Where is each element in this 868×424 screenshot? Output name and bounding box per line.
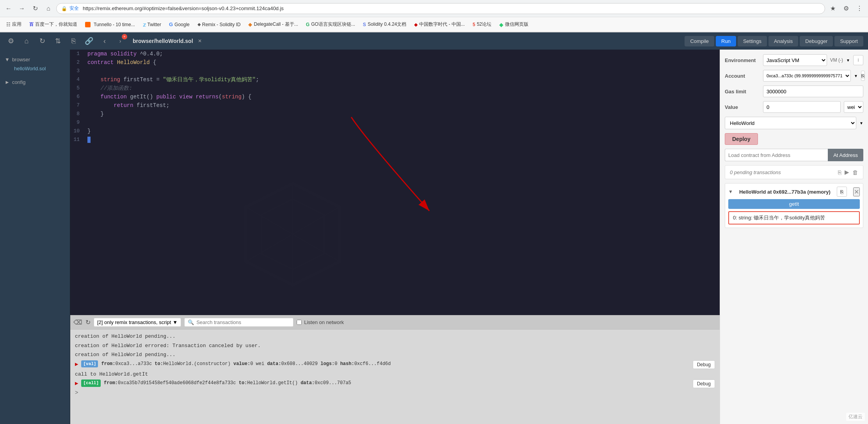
tab-compile[interactable]: Compile <box>685 36 714 46</box>
tx-expand-icon[interactable]: ▶ <box>75 360 78 369</box>
console-area: ⌫ ↻ [2] only remix transactions, script … <box>70 315 720 424</box>
home-button[interactable]: ⌂ <box>43 3 54 14</box>
gas-limit-label: Gas limit <box>725 89 760 94</box>
debug-call-button[interactable]: Debug <box>693 379 715 388</box>
bookmark-delegatecall[interactable]: ◆ DelegateCall - 基于... <box>245 20 301 29</box>
account-select[interactable]: 0xca3...a733c (99.99999999999975771 <box>763 70 851 82</box>
menu-button[interactable]: ⋮ <box>854 3 865 14</box>
value-unit-select[interactable]: wei <box>844 101 863 113</box>
top-toolbar: ⚙ ⌂ ↻ ⇅ ⎘ 🔗 ‹ › + browser/helloWorld.sol… <box>0 32 868 50</box>
pending-delete-icon[interactable]: 🗑 <box>852 169 858 176</box>
sidebar-item-helloworld[interactable]: helloWorld.sol <box>5 64 65 73</box>
settings-gear-icon[interactable]: ⚙ <box>5 35 17 47</box>
code-line-6: 6 function getIt() public view returns(s… <box>70 93 720 101</box>
console-clear-icon[interactable]: ⌫ <box>73 319 82 326</box>
tx-call-details: from:0xca35b7d915458ef540ade6068dfe2f44e… <box>104 379 351 387</box>
code-line-10: 10 } <box>70 127 720 135</box>
tx-badge-val: [val] <box>81 360 98 368</box>
pending-text: 0 pending transactions <box>730 169 781 175</box>
environment-row: Environment JavaScript VM VM (-) ▼ i <box>725 54 863 66</box>
environment-select[interactable]: JavaScript VM <box>763 54 827 66</box>
sidebar-config-section: ► config <box>0 75 70 89</box>
console-filter-dropdown[interactable]: [2] only remix transactions, script ▼ <box>94 318 181 327</box>
copy-app-icon[interactable]: ⎘ <box>67 35 80 47</box>
prev-file-icon[interactable]: ‹ <box>98 35 111 47</box>
bookmark-apps[interactable]: ☷ 应用 <box>3 20 25 29</box>
deployed-close-icon[interactable]: ✕ <box>853 187 860 196</box>
bookmark-remix[interactable]: ◆ Remix - Solidity ID <box>194 20 244 29</box>
environment-info-icon[interactable]: i <box>853 55 863 65</box>
twitter-icon: 𝕫 <box>143 21 146 28</box>
back-button[interactable]: ← <box>3 3 14 14</box>
load-contract-row: At Address <box>725 149 863 161</box>
bookmark-solidity[interactable]: S Solidity 0.4.24文档 <box>360 20 409 29</box>
code-line-3: 3 <box>70 67 720 75</box>
console-refresh-icon[interactable]: ↻ <box>85 319 91 326</box>
value-label: Value <box>725 104 760 110</box>
tab-debugger[interactable]: Debugger <box>800 36 833 46</box>
contract-select[interactable]: HelloWorld <box>725 117 856 129</box>
refresh-app-icon[interactable]: ↻ <box>36 35 48 47</box>
tab-analysis[interactable]: Analysis <box>768 36 798 46</box>
tab-nav: Compile Run Settings Analysis Debugger S… <box>685 36 863 46</box>
right-panel: Environment JavaScript VM VM (-) ▼ i Acc… <box>720 50 868 424</box>
bookmark-tunnello[interactable]: Tunnello - 10 time... <box>82 20 138 29</box>
bookmark-52[interactable]: 5 52论坛 <box>470 20 494 29</box>
wechat-icon: ◆ <box>499 21 503 28</box>
china-icon: ◆ <box>414 22 418 27</box>
pending-play-icon[interactable]: ▶ <box>845 169 849 176</box>
forward-button[interactable]: → <box>16 3 27 14</box>
sidebar-config-header[interactable]: ► config <box>5 78 65 87</box>
load-contract-input[interactable] <box>725 149 828 161</box>
value-input[interactable] <box>763 101 841 113</box>
tab-run[interactable]: Run <box>716 36 736 46</box>
console-search-box[interactable]: 🔍 <box>184 318 293 327</box>
gas-limit-row: Gas limit <box>725 86 863 97</box>
tab-support[interactable]: Support <box>834 36 863 46</box>
console-prompt[interactable]: > <box>75 390 715 396</box>
console-line-3: creation of HelloWorld pending... <box>75 351 715 359</box>
bookmarks-bar: ☷ 应用 百 百度一下，你就知道 Tunnello - 10 time... 𝕫… <box>0 17 868 32</box>
extension-button[interactable]: ⚙ <box>841 3 852 14</box>
search-input[interactable] <box>196 319 290 325</box>
sidebar-browser-header[interactable]: ▼ browser <box>5 55 65 64</box>
solidity-icon: S <box>363 22 366 27</box>
sidebar-browser-section: ▼ browser helloWorld.sol <box>0 53 70 75</box>
tx-call-expand-icon[interactable]: ▶ <box>75 379 78 388</box>
link-icon[interactable]: 🔗 <box>83 35 95 47</box>
deploy-button[interactable]: Deploy <box>725 133 758 145</box>
close-tab-icon[interactable]: ✕ <box>198 38 202 44</box>
security-icon: 🔒 <box>61 6 67 11</box>
bookmark-baidu[interactable]: 百 百度一下，你就知道 <box>26 20 80 29</box>
console-filter-label: [2] only remix transactions, script <box>97 319 171 325</box>
code-line-1: 1 pragma solidity ^0.4.0; <box>70 50 720 58</box>
code-editor[interactable]: 1 pragma solidity ^0.4.0; 2 contract Hel… <box>70 50 720 315</box>
listen-network-row: Listen on network <box>297 319 344 325</box>
debug-val-button[interactable]: Debug <box>693 360 715 369</box>
deployed-copy-button[interactable]: ⎘ <box>837 187 847 197</box>
bookmark-google[interactable]: G Google <box>166 20 193 29</box>
at-address-button[interactable]: At Address <box>828 149 863 161</box>
home-app-icon[interactable]: ⌂ <box>20 35 33 47</box>
bookmark-china[interactable]: ◆ 中国数字时代 - 中国... <box>411 20 468 29</box>
getit-button[interactable]: getIt <box>728 199 860 209</box>
value-row: Value wei <box>725 101 863 113</box>
tab-settings[interactable]: Settings <box>738 36 767 46</box>
account-copy-button[interactable]: ⎘ <box>861 71 865 81</box>
bookmark-button[interactable]: ★ <box>827 3 838 14</box>
tx-badge-call: [call] <box>81 379 101 387</box>
code-line-2: 2 contract HelloWorld { <box>70 58 720 67</box>
next-file-icon[interactable]: › + <box>114 35 126 47</box>
app-container: ⚙ ⌂ ↻ ⇅ ⎘ 🔗 ‹ › + browser/helloWorld.sol… <box>0 32 868 424</box>
pending-save-icon[interactable]: ⎘ <box>838 169 841 176</box>
bookmark-twitter[interactable]: 𝕫 Twitter <box>140 20 164 29</box>
bookmark-go[interactable]: G GO语言实现区块链... <box>303 20 358 29</box>
gas-limit-input[interactable] <box>763 86 863 97</box>
sync-icon[interactable]: ⇅ <box>52 35 64 47</box>
listen-network-checkbox[interactable] <box>297 320 302 325</box>
bookmark-wechat[interactable]: ◆ 微信网页版 <box>496 20 532 29</box>
refresh-button[interactable]: ↻ <box>30 3 41 14</box>
console-line-1: creation of HelloWorld pending... <box>75 333 715 340</box>
address-bar[interactable]: 🔒 安全 https://remix.ethereum.org/#optimiz… <box>56 3 825 14</box>
console-tx-call: ▶ [call] from:0xca35b7d915458ef540ade606… <box>75 379 715 388</box>
